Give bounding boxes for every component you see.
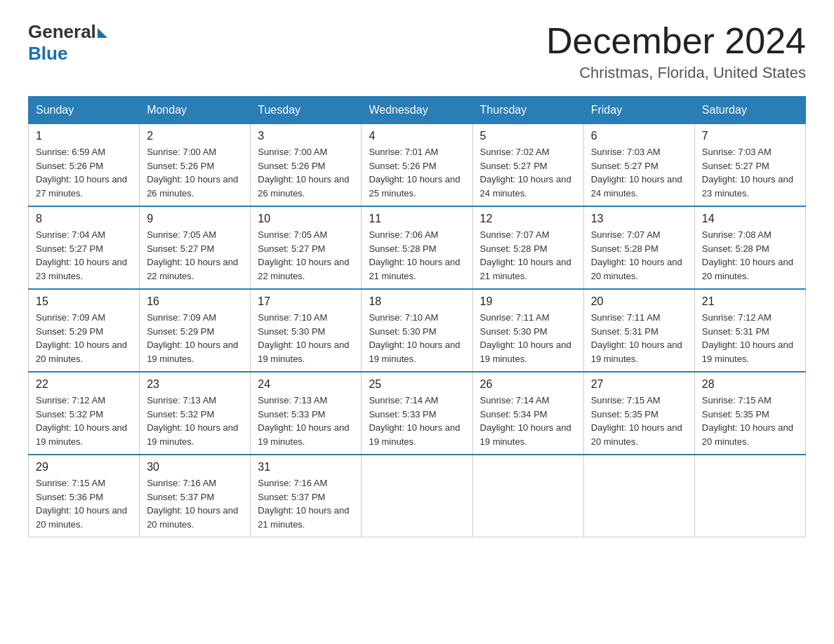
day-number: 19 xyxy=(480,295,576,308)
day-number: 27 xyxy=(591,378,687,391)
calendar-week-4: 22Sunrise: 7:12 AMSunset: 5:32 PMDayligh… xyxy=(29,372,806,455)
day-info: Sunrise: 7:09 AMSunset: 5:29 PMDaylight:… xyxy=(36,311,132,365)
logo: General Blue xyxy=(28,21,107,65)
header-tuesday: Tuesday xyxy=(251,97,362,124)
month-title: December 2024 xyxy=(546,21,806,61)
day-number: 8 xyxy=(36,213,132,225)
day-info: Sunrise: 7:11 AMSunset: 5:30 PMDaylight:… xyxy=(480,311,576,365)
day-number: 7 xyxy=(702,130,798,142)
day-number: 11 xyxy=(369,213,465,225)
day-number: 4 xyxy=(369,130,465,142)
day-number: 26 xyxy=(480,378,576,391)
day-number: 10 xyxy=(258,213,354,225)
title-section: December 2024 Christmas, Florida, United… xyxy=(546,21,806,82)
day-info: Sunrise: 7:05 AMSunset: 5:27 PMDaylight:… xyxy=(147,228,243,283)
day-info: Sunrise: 7:01 AMSunset: 5:26 PMDaylight:… xyxy=(369,145,465,200)
header-wednesday: Wednesday xyxy=(362,97,472,124)
logo-blue-text: Blue xyxy=(28,43,67,64)
day-info: Sunrise: 7:07 AMSunset: 5:28 PMDaylight:… xyxy=(480,228,576,283)
table-row: 27Sunrise: 7:15 AMSunset: 5:35 PMDayligh… xyxy=(583,372,694,455)
table-row: 21Sunrise: 7:12 AMSunset: 5:31 PMDayligh… xyxy=(694,289,805,372)
table-row: 24Sunrise: 7:13 AMSunset: 5:33 PMDayligh… xyxy=(251,372,362,455)
table-row: 4Sunrise: 7:01 AMSunset: 5:26 PMDaylight… xyxy=(362,124,472,207)
logo-arrow-icon xyxy=(98,28,107,38)
table-row: 16Sunrise: 7:09 AMSunset: 5:29 PMDayligh… xyxy=(140,289,251,372)
day-info: Sunrise: 7:07 AMSunset: 5:28 PMDaylight:… xyxy=(591,228,687,283)
day-number: 5 xyxy=(480,130,576,142)
day-number: 9 xyxy=(147,213,243,225)
day-number: 23 xyxy=(147,378,243,391)
logo-general-text: General xyxy=(28,21,96,43)
day-info: Sunrise: 7:00 AMSunset: 5:26 PMDaylight:… xyxy=(258,145,354,200)
table-row: 20Sunrise: 7:11 AMSunset: 5:31 PMDayligh… xyxy=(583,289,694,372)
table-row xyxy=(694,455,805,537)
day-number: 30 xyxy=(147,461,243,474)
day-info: Sunrise: 7:00 AMSunset: 5:26 PMDaylight:… xyxy=(147,145,243,200)
day-info: Sunrise: 7:11 AMSunset: 5:31 PMDaylight:… xyxy=(591,311,687,365)
table-row: 23Sunrise: 7:13 AMSunset: 5:32 PMDayligh… xyxy=(140,372,251,455)
day-number: 1 xyxy=(36,130,132,142)
day-number: 25 xyxy=(369,378,465,391)
day-number: 13 xyxy=(591,213,687,225)
header-friday: Friday xyxy=(583,97,694,124)
table-row: 29Sunrise: 7:15 AMSunset: 5:36 PMDayligh… xyxy=(29,455,140,537)
location-title: Christmas, Florida, United States xyxy=(546,64,806,82)
table-row: 10Sunrise: 7:05 AMSunset: 5:27 PMDayligh… xyxy=(251,206,362,289)
day-number: 29 xyxy=(36,461,132,474)
table-row: 30Sunrise: 7:16 AMSunset: 5:37 PMDayligh… xyxy=(140,455,251,537)
header-thursday: Thursday xyxy=(472,97,583,124)
calendar-week-3: 15Sunrise: 7:09 AMSunset: 5:29 PMDayligh… xyxy=(29,289,806,372)
table-row: 11Sunrise: 7:06 AMSunset: 5:28 PMDayligh… xyxy=(362,206,472,289)
day-info: Sunrise: 7:03 AMSunset: 5:27 PMDaylight:… xyxy=(591,145,687,200)
table-row: 3Sunrise: 7:00 AMSunset: 5:26 PMDaylight… xyxy=(251,124,362,207)
table-row: 22Sunrise: 7:12 AMSunset: 5:32 PMDayligh… xyxy=(29,372,140,455)
day-number: 31 xyxy=(258,461,354,474)
table-row: 5Sunrise: 7:02 AMSunset: 5:27 PMDaylight… xyxy=(472,124,583,207)
day-info: Sunrise: 7:14 AMSunset: 5:34 PMDaylight:… xyxy=(480,394,576,448)
header-monday: Monday xyxy=(140,97,251,124)
day-info: Sunrise: 7:05 AMSunset: 5:27 PMDaylight:… xyxy=(258,228,354,283)
table-row: 25Sunrise: 7:14 AMSunset: 5:33 PMDayligh… xyxy=(362,372,472,455)
day-info: Sunrise: 7:16 AMSunset: 5:37 PMDaylight:… xyxy=(258,476,354,531)
day-info: Sunrise: 7:10 AMSunset: 5:30 PMDaylight:… xyxy=(258,311,354,365)
table-row: 17Sunrise: 7:10 AMSunset: 5:30 PMDayligh… xyxy=(251,289,362,372)
day-info: Sunrise: 7:12 AMSunset: 5:31 PMDaylight:… xyxy=(702,311,798,365)
day-info: Sunrise: 7:14 AMSunset: 5:33 PMDaylight:… xyxy=(369,394,465,448)
table-row: 14Sunrise: 7:08 AMSunset: 5:28 PMDayligh… xyxy=(694,206,805,289)
day-number: 12 xyxy=(480,213,576,225)
header-saturday: Saturday xyxy=(694,97,805,124)
table-row xyxy=(583,455,694,537)
day-info: Sunrise: 7:06 AMSunset: 5:28 PMDaylight:… xyxy=(369,228,465,283)
day-number: 14 xyxy=(702,213,798,225)
day-number: 16 xyxy=(147,295,243,308)
day-number: 3 xyxy=(258,130,354,142)
day-info: Sunrise: 7:02 AMSunset: 5:27 PMDaylight:… xyxy=(480,145,576,200)
day-info: Sunrise: 7:15 AMSunset: 5:36 PMDaylight:… xyxy=(36,476,132,531)
table-row: 31Sunrise: 7:16 AMSunset: 5:37 PMDayligh… xyxy=(251,455,362,537)
table-row: 18Sunrise: 7:10 AMSunset: 5:30 PMDayligh… xyxy=(362,289,472,372)
day-info: Sunrise: 7:10 AMSunset: 5:30 PMDaylight:… xyxy=(369,311,465,365)
day-info: Sunrise: 6:59 AMSunset: 5:26 PMDaylight:… xyxy=(36,145,132,200)
day-number: 22 xyxy=(36,378,132,391)
day-number: 18 xyxy=(369,295,465,308)
page-header: General Blue December 2024 Christmas, Fl… xyxy=(28,21,806,82)
header-sunday: Sunday xyxy=(29,97,140,124)
table-row: 12Sunrise: 7:07 AMSunset: 5:28 PMDayligh… xyxy=(472,206,583,289)
table-row: 28Sunrise: 7:15 AMSunset: 5:35 PMDayligh… xyxy=(694,372,805,455)
table-row: 8Sunrise: 7:04 AMSunset: 5:27 PMDaylight… xyxy=(29,206,140,289)
day-info: Sunrise: 7:15 AMSunset: 5:35 PMDaylight:… xyxy=(591,394,687,448)
day-info: Sunrise: 7:09 AMSunset: 5:29 PMDaylight:… xyxy=(147,311,243,365)
day-info: Sunrise: 7:15 AMSunset: 5:35 PMDaylight:… xyxy=(702,394,798,448)
day-info: Sunrise: 7:12 AMSunset: 5:32 PMDaylight:… xyxy=(36,394,132,448)
day-number: 28 xyxy=(702,378,798,391)
calendar-week-2: 8Sunrise: 7:04 AMSunset: 5:27 PMDaylight… xyxy=(29,206,806,289)
day-number: 21 xyxy=(702,295,798,308)
table-row: 1Sunrise: 6:59 AMSunset: 5:26 PMDaylight… xyxy=(29,124,140,207)
day-number: 2 xyxy=(147,130,243,142)
table-row xyxy=(472,455,583,537)
day-info: Sunrise: 7:13 AMSunset: 5:32 PMDaylight:… xyxy=(147,394,243,448)
table-row: 2Sunrise: 7:00 AMSunset: 5:26 PMDaylight… xyxy=(140,124,251,207)
day-info: Sunrise: 7:08 AMSunset: 5:28 PMDaylight:… xyxy=(702,228,798,283)
day-info: Sunrise: 7:16 AMSunset: 5:37 PMDaylight:… xyxy=(147,476,243,531)
day-info: Sunrise: 7:13 AMSunset: 5:33 PMDaylight:… xyxy=(258,394,354,448)
